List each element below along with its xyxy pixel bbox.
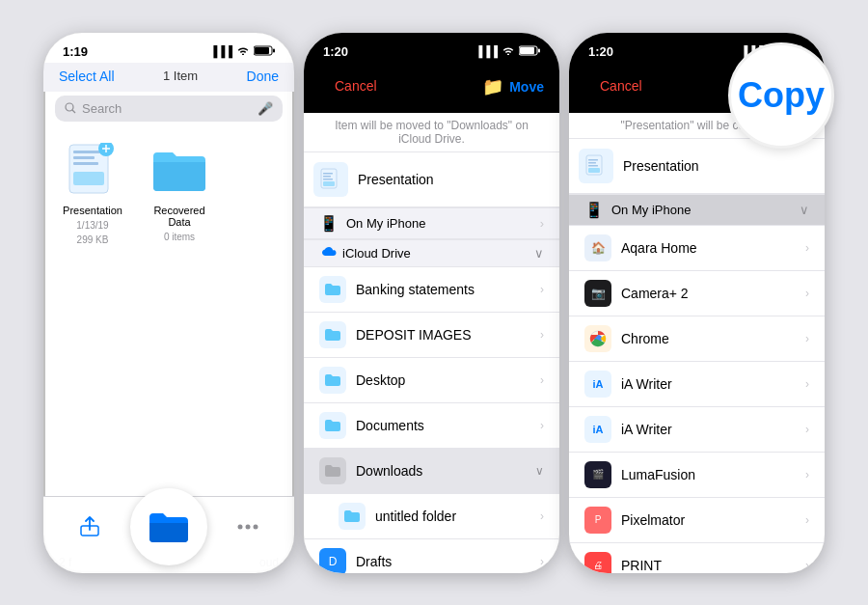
svg-rect-21: [323, 173, 333, 175]
app-icon-camera-3: 📷: [584, 280, 611, 307]
app-icon-print-3: 🖨: [584, 552, 611, 573]
chevron-print-3: ›: [805, 559, 809, 572]
camera-label-3: Camera+ 2: [621, 286, 796, 301]
more-btn[interactable]: [227, 506, 269, 548]
on-my-iphone-label-3: On My iPhone: [611, 203, 691, 217]
file-list-3: 📱 On My iPhone ∨ 🏠 Aqara Home › 📷: [569, 194, 825, 573]
chevron-right-2: ›: [540, 216, 544, 231]
list-item-luma-3[interactable]: 🎬 LumaFusion ›: [569, 453, 825, 498]
list-item-iawriter2-3[interactable]: iA iA Writer ›: [569, 407, 825, 453]
chevron-aqara-3: ›: [805, 241, 809, 255]
file-presentation[interactable]: Presentation 1/13/19 299 KB: [59, 139, 126, 245]
item-count: 1 Item: [163, 69, 198, 83]
list-item-camera-3[interactable]: 📷 Camera+ 2 ›: [569, 271, 825, 316]
list-item-drafts-2[interactable]: D Drafts ›: [304, 539, 559, 573]
browse-btn[interactable]: [130, 488, 207, 565]
chevron-pixelmator-3: ›: [805, 513, 809, 527]
file-name-recovered: Recovered Data: [146, 205, 213, 228]
app-icon-iawriter1-3: iA: [584, 371, 611, 398]
file-preview-2: Presentation: [304, 152, 559, 207]
chevron-down-2: ∨: [534, 246, 544, 261]
wifi-icon-2: [502, 45, 515, 57]
luma-label-3: LumaFusion: [621, 467, 796, 482]
file-name-presentation: Presentation: [63, 205, 122, 216]
untitled-label-2: untitled folder: [375, 509, 530, 524]
chevron-chrome-3: ›: [805, 332, 809, 345]
folder-icon-documents-2: [319, 412, 346, 439]
file-preview-icon-2: [313, 162, 348, 197]
file-size-presentation: 299 KB: [77, 234, 109, 245]
battery-icon: [254, 45, 275, 58]
list-item-aqara-3[interactable]: 🏠 Aqara Home ›: [569, 226, 825, 271]
phone-1: 1:19 ▐▐▐ Select All 1 Item Done: [43, 33, 294, 573]
list-item-print-3[interactable]: 🖨 PRINT ›: [569, 543, 825, 573]
bottom-bar: [43, 496, 294, 573]
documents-label-2: Documents: [356, 418, 530, 433]
signal-icon-2: ▐▐▐: [475, 45, 498, 57]
svg-rect-9: [73, 172, 104, 185]
chevron-banking-2: ›: [540, 283, 544, 296]
list-item-pixelmator-3[interactable]: P Pixelmator ›: [569, 498, 825, 543]
on-my-iphone-header-2[interactable]: 📱 On My iPhone ›: [304, 207, 559, 239]
svg-point-15: [246, 525, 251, 530]
search-icon: [65, 102, 76, 114]
svg-rect-32: [588, 168, 600, 173]
done-btn[interactable]: Done: [247, 69, 279, 84]
files-grid: Presentation 1/13/19 299 KB Recovered Da…: [43, 129, 294, 255]
chevron-luma-3: ›: [805, 468, 809, 481]
chevron-down-3: ∨: [800, 203, 809, 217]
chevron-desktop-2: ›: [540, 373, 544, 387]
copy-text: Copy: [738, 75, 825, 116]
wifi-icon: [236, 45, 250, 57]
app-icon-pixelmator-3: P: [584, 507, 611, 534]
chevron-documents-2: ›: [540, 419, 544, 432]
list-item-documents-2[interactable]: Documents ›: [304, 403, 559, 449]
cancel-btn-3[interactable]: Cancel: [584, 70, 658, 103]
list-item-deposit-2[interactable]: DEPOSIT IMAGES ›: [304, 313, 559, 358]
svg-rect-7: [73, 156, 95, 159]
list-item-banking-2[interactable]: Banking statements ›: [304, 267, 559, 313]
chevron-untitled-2: ›: [540, 509, 544, 523]
app-icon-aqara-3: 🏠: [584, 234, 611, 261]
search-placeholder: Search: [82, 101, 122, 116]
select-all-btn[interactable]: Select All: [59, 69, 115, 84]
phone-icon-2: 📱: [319, 214, 339, 233]
svg-point-3: [66, 103, 73, 111]
svg-rect-8: [73, 162, 98, 165]
on-my-iphone-label-2: On My iPhone: [346, 216, 425, 231]
pixelmator-label-3: Pixelmator: [621, 512, 796, 528]
on-my-iphone-header-3[interactable]: 📱 On My iPhone ∨: [569, 194, 825, 226]
chevron-iawriter1-3: ›: [805, 377, 809, 391]
chevron-iawriter2-3: ›: [805, 423, 809, 436]
svg-rect-30: [588, 162, 596, 164]
status-time-2: 1:20: [323, 44, 348, 59]
deposit-label-2: DEPOSIT IMAGES: [356, 327, 530, 343]
share-btn[interactable]: [68, 506, 111, 548]
icloud-icon-2: [319, 246, 337, 260]
app-icon-chrome-3: [584, 325, 611, 352]
move-btn-2[interactable]: Move: [509, 79, 544, 95]
phone-icon-3: 📱: [584, 201, 604, 219]
move-icon-2: 📁: [482, 76, 503, 97]
list-item-untitled-2[interactable]: untitled folder ›: [304, 494, 559, 539]
search-bar[interactable]: Search 🎤: [55, 96, 283, 122]
list-item-downloads-2[interactable]: Downloads ∨: [304, 449, 559, 494]
copy-badge: Copy: [728, 42, 834, 149]
file-recovered[interactable]: Recovered Data 0 items: [146, 139, 213, 245]
status-bar-2: 1:20 ▐▐▐: [304, 33, 559, 63]
list-item-iawriter1-3[interactable]: iA iA Writer ›: [569, 362, 825, 407]
svg-line-4: [72, 110, 75, 113]
file-preview-name-3: Presentation: [623, 158, 699, 174]
cancel-btn-2[interactable]: Cancel: [319, 70, 393, 103]
svg-rect-22: [323, 176, 331, 178]
app-icon-iawriter2-3: iA: [584, 416, 611, 443]
file-preview-name-2: Presentation: [358, 172, 434, 187]
files-nav: Select All 1 Item Done: [43, 63, 294, 92]
recovered-folder-icon: [151, 147, 207, 193]
icloud-header-2[interactable]: iCloud Drive ∨: [304, 239, 559, 267]
svg-rect-29: [588, 159, 598, 161]
status-time-1: 1:19: [63, 44, 88, 59]
folder-icon-large: [148, 509, 190, 544]
list-item-chrome-3[interactable]: Chrome ›: [569, 316, 825, 362]
list-item-desktop-2[interactable]: Desktop ›: [304, 358, 559, 403]
